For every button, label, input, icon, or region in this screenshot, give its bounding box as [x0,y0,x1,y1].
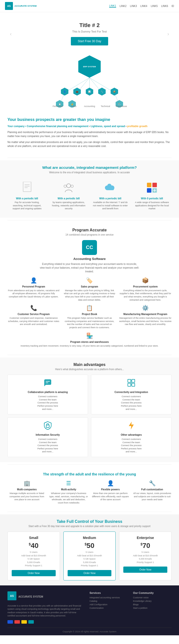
erp-section: ERP SYSTEM 👤 💼 📊 � [0,50,179,112]
nav-link-6[interactable]: LINK6 [161,5,168,8]
footer-logo-icon: AS [8,591,17,600]
advantage-card-3-desc: Connect customers Connect the team Conne… [95,438,168,453]
program-main-title: Accounting Software [8,257,171,261]
strength-item-0-desc: Manage multiple accounts or listed compa… [8,492,46,501]
logo: AS ACCURATE SYSTEM [5,2,37,10]
nav-link-1[interactable]: LINK1 [109,4,116,8]
hero-nav: ‹ Title # 2 This Is Dummy Text For Test … [5,22,174,46]
program-item-0: 👤 Personnel Program From attendance and … [8,277,60,302]
strength-item-2: 👤 Flexible powers More than one person c… [91,480,130,504]
svg-rect-30 [147,183,151,187]
program-item-4-title: Project Book [63,313,116,316]
advantage-card-2: Information Security Connect customers C… [8,417,88,457]
program-heading: Program Accurate [8,228,171,232]
program-item-2: 📦 Procurement system Everything related … [119,277,171,302]
nav-link-5[interactable]: LINK5 [151,5,158,8]
platform-card-3: With 0 periodic bill A wide range of bus… [132,178,172,213]
next-arrow[interactable]: › [165,28,171,39]
cc-icon: CC [82,240,97,255]
platform-icon-cloud [103,180,118,195]
program-item-1-desc: Manage the sales cycle from pricing to b… [63,289,116,302]
nav-link-3[interactable]: LINK3 [130,5,137,8]
advantage-card-2-desc: Connect customers Connect the team Conne… [11,438,84,453]
pricing-small-btn[interactable]: Order Now [12,570,56,576]
logo-icon: AS [5,2,13,10]
program-item-5-desc: Management of the entire manufacturing p… [119,316,171,326]
platform-card-3-title: With 0 periodic bill [134,197,170,200]
strength-grid: 🏢 Multi-companies Manage multiple accoun… [8,480,171,504]
payment-icon-4 [28,620,34,624]
about-sub: Your company • Comprehensive financial p… [8,124,171,128]
footer-support-heading: Our Community [133,591,171,594]
footer-payment-icons [8,620,85,624]
hero-cta-button[interactable]: Start Free 30 Day [71,37,108,46]
footer-service-link-1[interactable]: Catalog [90,600,128,602]
strength-item-3: 🔧 Full customization All our views, layo… [133,480,171,504]
program-item-6-title: Program stores and warehouses [8,340,171,343]
strength-heading: The strength of the adult and the resili… [8,472,171,476]
svg-rect-45 [46,425,49,428]
erp-label-4: Technical [98,105,113,108]
svg-rect-32 [147,188,151,193]
advantage-card-3-title: Other advantages [95,434,168,436]
advantages-section: Main advantages Here's what distinguishe… [0,358,179,462]
pricing-cards: Small $40 5 Users Add-Seat at $10.5/mont… [8,532,171,580]
program-item-1-title: Sales program [63,285,116,288]
svg-rect-41 [132,383,135,386]
advantages-sub: Here's what distinguishes accurate as a … [8,368,171,371]
nav-lang[interactable]: ID [171,5,174,8]
footer-service-link-3[interactable]: Customization [90,607,128,609]
erp-label-3: Accounting [82,105,97,108]
footer-support-link-0[interactable]: Customer voice [133,596,171,599]
strength-item-1: ☰ Multi-activity Whatever your company's… [49,480,88,504]
program-item-6: 🏪 Program stores and warehouses Inventor… [8,333,171,348]
footer-support-link-3[interactable]: Start a petition [133,607,171,609]
hero-inner: Title # 2 This Is Dummy Text For Test St… [14,22,165,46]
divider-5 [8,512,171,512]
hero-subtitle: This Is Dummy Text For Test [14,30,165,33]
nav-link-2[interactable]: LINK2 [120,5,126,8]
program-item-3-title: Customer Service Program [8,313,60,316]
footer-support-link-1[interactable]: Knowledge Library [133,600,171,602]
footer-support-link-2[interactable]: Blogs [133,603,171,606]
nav-links: LINK1 LINK2 LINK3 LINK4 LINK5 LINK6 ID [109,4,174,8]
flexible-powers-icon: 👤 [91,480,130,486]
program-item-4-desc: This program helps service facilitator s… [63,316,116,329]
pricing-small-price: $40 [12,542,56,550]
procurement-icon: 📦 [119,277,171,284]
erp-label-2: Sales [66,105,81,108]
advantages-heading: Main advantages [8,362,171,367]
collab-icon [11,378,84,389]
about-highlight2: Lightness, speed and spread [91,125,125,128]
footer-service-link-2[interactable]: Add Configuration [90,603,128,606]
program-item-3: 📞 Customer Service Program Customer comp… [8,305,60,329]
pricing-small-currency: $ [29,542,31,546]
erp-center-hex: ERP SYSTEM [78,55,101,78]
about-highlight3: profitable growth [127,125,148,128]
hero-title: Title # 2 [14,22,165,28]
erp-label: ERP SYSTEM [83,66,96,68]
platform-card-3-desc: A wide range of business software applic… [134,201,170,210]
pricing-enterprise-btn[interactable]: Order Now [123,566,167,573]
logo-text: ACCURATE SYSTEM [15,5,37,8]
erp-connections: 👤 💼 📊 🔧 📦 📋 💰 🏪 [52,78,127,108]
lightning-icon [95,421,168,432]
svg-text:👤: 👤 [63,90,66,93]
pricing-small-desc: 5 Users Add-Seat at $10.5/month 5 GB Spa… [12,551,56,568]
customization-icon: 🔧 [133,480,171,486]
program-main: CC Accounting Software Everything relate… [8,240,171,273]
footer-services-heading: Services [90,591,128,594]
pricing-medium-name: Medium [68,536,112,540]
pricing-card-small: Small $40 5 Users Add-Seat at $10.5/mont… [8,532,60,580]
footer-service-link-0[interactable]: Integrated accounting services [90,596,128,599]
platform-icon-team [61,180,76,195]
advantages-grid: Collaboration platform is amazing Connec… [8,375,171,457]
prev-arrow[interactable]: ‹ [8,28,14,39]
payment-icon-1 [8,620,13,624]
nav-link-4[interactable]: LINK4 [140,5,147,8]
divider-3 [8,355,171,355]
svg-rect-31 [152,183,157,187]
pricing-medium-btn[interactable]: Order Now [68,570,112,576]
about-para1: Planning and monitoring the performance … [8,130,171,138]
platform-section: What are accurate, integrated management… [0,160,179,218]
